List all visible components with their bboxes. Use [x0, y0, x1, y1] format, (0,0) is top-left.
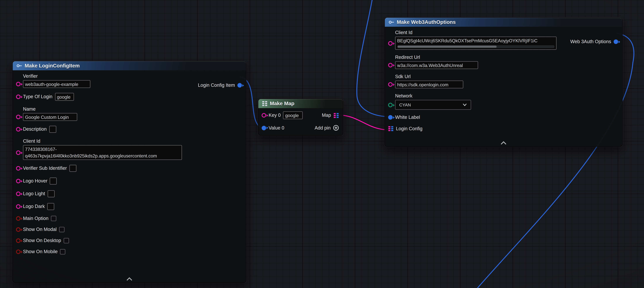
- network-selected-value: CYAN: [399, 102, 411, 107]
- node-title-bar[interactable]: Make LoginConfigItem: [13, 61, 246, 70]
- pin-row-sdk-url: Sdk Url: [388, 74, 618, 88]
- logo-dark-input[interactable]: [47, 203, 54, 210]
- pin-label: Show On Modal: [23, 227, 56, 232]
- pin-row-login-config-item: Login Config Item: [198, 83, 242, 88]
- pin-label: Verifier: [23, 74, 90, 79]
- logo-light-input[interactable]: [48, 190, 54, 197]
- pin-row-client-id: Client Id 774338308167-q463s7kpvja16l4l0…: [16, 139, 242, 160]
- wire-to-white-label[interactable]: [357, 0, 388, 117]
- string-pin[interactable]: [262, 113, 266, 118]
- pin-row-logo-dark: Logo Dark: [16, 203, 242, 210]
- pin-label: Show On Desktop: [23, 238, 61, 243]
- pin-label: Key 0: [269, 113, 281, 118]
- collapse-node-button[interactable]: [126, 277, 133, 281]
- node-title: Make LoginConfigItem: [25, 63, 80, 69]
- pin-row-verifier-sub-identifier: Verifier Sub Identifier: [16, 165, 242, 172]
- main-option-checkbox[interactable]: [51, 216, 56, 221]
- boolean-pin[interactable]: [16, 249, 20, 254]
- struct-output-pin[interactable]: [237, 83, 242, 88]
- pin-row-show-on-mobile: Show On Mobile: [16, 249, 242, 254]
- pin-row-show-on-modal: Show On Modal: [16, 227, 242, 232]
- string-pin[interactable]: [16, 166, 20, 171]
- type-of-login-input[interactable]: [55, 93, 74, 101]
- pin-row-logo-light: Logo Light: [16, 190, 242, 197]
- boolean-pin[interactable]: [16, 227, 20, 232]
- map-output-pin[interactable]: [334, 112, 339, 118]
- pin-row-web3auth-options: Web 3Auth Options: [570, 39, 618, 45]
- show-on-desktop-checkbox[interactable]: [64, 238, 69, 243]
- verifier-sub-identifier-input[interactable]: [69, 165, 76, 172]
- node-title-bar[interactable]: Make Map: [258, 99, 343, 108]
- input-scrollbar[interactable]: [397, 45, 554, 48]
- pin-row-value0-addpin: Value 0 Add pin: [262, 125, 339, 131]
- make-struct-icon: [16, 63, 22, 69]
- show-on-modal-checkbox[interactable]: [59, 227, 64, 232]
- pin-row-description: Description: [16, 126, 242, 133]
- struct-pin[interactable]: [262, 126, 266, 130]
- client-id-input[interactable]: BEglQSgt4cUWcj6SKRdu5QkOXTsePmMcusG5EAoy…: [395, 37, 556, 50]
- sdk-url-input[interactable]: [395, 81, 463, 88]
- string-pin[interactable]: [388, 82, 393, 87]
- chevron-down-icon: [462, 103, 467, 106]
- pin-label: Name: [23, 106, 77, 112]
- pin-row-show-on-desktop: Show On Desktop: [16, 238, 242, 243]
- network-dropdown[interactable]: CYAN: [395, 100, 471, 110]
- pin-label: White Label: [395, 115, 420, 120]
- boolean-pin[interactable]: [16, 238, 20, 243]
- pin-label: Logo Light: [23, 191, 45, 196]
- pin-row-white-label: White Label: [388, 115, 618, 120]
- pin-label: Login Config: [396, 126, 422, 131]
- pin-label: Verifier Sub Identifier: [23, 166, 67, 171]
- pin-label: Client Id: [395, 30, 556, 36]
- pin-label: Value 0: [269, 125, 284, 131]
- collapse-node-button[interactable]: [500, 141, 507, 145]
- node-title-bar[interactable]: Make Web3AuthOptions: [385, 18, 622, 27]
- string-pin[interactable]: [16, 179, 20, 183]
- key0-input[interactable]: [283, 111, 303, 119]
- string-pin[interactable]: [16, 82, 20, 86]
- pin-label: Sdk Url: [395, 74, 463, 80]
- pin-label: Client Id: [23, 139, 182, 144]
- pin-row-logo-hover: Logo Hover: [16, 177, 242, 185]
- logo-hover-input[interactable]: [50, 177, 57, 185]
- redirect-url-input[interactable]: [395, 61, 478, 69]
- node-make-loginconfigitem[interactable]: Make LoginConfigItem Login Config Item V…: [12, 61, 246, 283]
- description-input[interactable]: [49, 126, 56, 133]
- name-input[interactable]: [23, 113, 77, 121]
- output-pin-label: Map: [322, 113, 331, 118]
- make-struct-icon: [388, 19, 394, 25]
- struct-output-pin[interactable]: [614, 40, 618, 44]
- string-pin[interactable]: [388, 41, 393, 46]
- verifier-input[interactable]: [23, 80, 90, 88]
- node-make-web3authoptions[interactable]: Make Web3AuthOptions Web 3Auth Options C…: [384, 17, 623, 147]
- pin-row-login-config: Login Config: [388, 126, 618, 131]
- pin-row-name: Name: [16, 106, 242, 121]
- pin-row-key0-map: Key 0 Map: [262, 111, 339, 119]
- pin-label: Logo Hover: [23, 178, 48, 184]
- client-id-input[interactable]: 774338308167-q463s7kpvja16l4l0kko3nb925i…: [23, 145, 182, 160]
- wire-map-to-login-config[interactable]: [338, 115, 389, 130]
- struct-pin[interactable]: [388, 115, 393, 120]
- pin-label: Show On Mobile: [23, 249, 58, 254]
- output-pin-label: Login Config Item: [198, 83, 235, 88]
- string-pin[interactable]: [16, 95, 20, 99]
- map-input-pin[interactable]: [388, 126, 394, 131]
- pin-row-redirect-url: Redirect Url: [388, 55, 618, 69]
- string-pin[interactable]: [16, 150, 20, 155]
- node-make-map[interactable]: Make Map Key 0 Map: [258, 99, 343, 136]
- string-pin[interactable]: [388, 63, 393, 68]
- show-on-mobile-checkbox[interactable]: [60, 249, 66, 254]
- boolean-pin[interactable]: [16, 216, 20, 221]
- scrollbar-thumb[interactable]: [398, 46, 497, 48]
- pin-label: Redirect Url: [395, 55, 478, 60]
- add-pin-label: Add pin: [314, 125, 331, 131]
- add-pin-button[interactable]: [333, 125, 339, 131]
- pin-label: Type Of Login: [23, 94, 52, 100]
- enum-pin[interactable]: [388, 103, 393, 107]
- string-pin[interactable]: [16, 127, 20, 132]
- pin-label: Logo Dark: [23, 204, 45, 209]
- graph-canvas[interactable]: Make LoginConfigItem Login Config Item V…: [0, 0, 644, 288]
- string-pin[interactable]: [16, 115, 20, 119]
- string-pin[interactable]: [16, 204, 20, 209]
- string-pin[interactable]: [16, 192, 20, 196]
